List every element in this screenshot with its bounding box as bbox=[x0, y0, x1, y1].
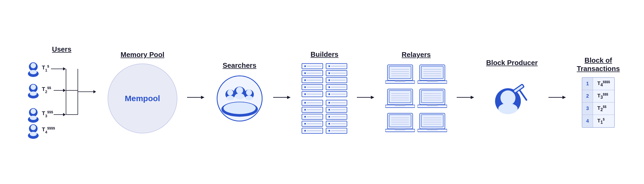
server-stack-2 bbox=[326, 63, 347, 97]
server-unit bbox=[302, 121, 323, 127]
server-unit bbox=[326, 107, 347, 113]
builders-title: Builders bbox=[310, 50, 338, 59]
laptop-icon bbox=[418, 88, 447, 109]
svg-point-23 bbox=[31, 125, 36, 130]
svg-point-42 bbox=[236, 87, 243, 94]
diagram: Users T1$ bbox=[13, 40, 631, 144]
relayers-section: Relayers bbox=[385, 51, 447, 133]
svg-point-111 bbox=[498, 103, 518, 114]
arrow-searchers-to-builders bbox=[272, 83, 293, 101]
svg-point-10 bbox=[30, 91, 37, 96]
block-table: 1 T4$$$$ 2 T3$$$ 3 T2$$ 4 T1$ bbox=[582, 77, 615, 128]
svg-marker-36 bbox=[201, 96, 204, 99]
block-row-1: 1 T4$$$$ bbox=[582, 78, 614, 90]
laptop-icon bbox=[385, 63, 415, 85]
svg-point-17 bbox=[30, 116, 37, 120]
server-unit bbox=[326, 84, 347, 90]
users-area: T1$ T2$$ bbox=[24, 58, 99, 139]
block-producer-icon bbox=[485, 72, 539, 125]
svg-rect-66 bbox=[427, 81, 438, 82]
users-svg: T1$ T2$$ bbox=[24, 58, 99, 139]
svg-marker-52 bbox=[371, 96, 374, 99]
searchers-section: Searchers bbox=[215, 61, 264, 122]
mempool-circle: Mempool bbox=[108, 63, 177, 133]
server-unit bbox=[326, 114, 347, 120]
svg-marker-108 bbox=[471, 96, 474, 99]
block-num-3: 3 bbox=[582, 102, 593, 115]
block-row-2: 2 T3$$$ bbox=[582, 90, 614, 102]
svg-text:T1$: T1$ bbox=[42, 64, 49, 72]
svg-marker-32 bbox=[93, 90, 96, 93]
users-section: Users T1$ bbox=[24, 45, 99, 139]
server-unit bbox=[302, 91, 323, 97]
svg-point-9 bbox=[31, 84, 36, 90]
svg-rect-75 bbox=[395, 105, 405, 106]
block-of-transactions-title: Block ofTransactions bbox=[577, 56, 620, 73]
svg-text:T2$$: T2$$ bbox=[42, 86, 51, 94]
svg-point-3 bbox=[30, 70, 37, 74]
server-unit bbox=[302, 70, 323, 76]
arrow-mempool-to-searchers bbox=[186, 83, 207, 101]
arrow-block-producer-to-block bbox=[547, 83, 569, 101]
block-num-2: 2 bbox=[582, 90, 593, 102]
block-row-4: 4 T1$ bbox=[582, 115, 614, 127]
server-unit bbox=[302, 107, 323, 113]
server-stack-3 bbox=[302, 100, 323, 134]
laptop-icon bbox=[385, 88, 415, 109]
svg-marker-50 bbox=[287, 96, 291, 99]
svg-point-48 bbox=[224, 102, 256, 114]
svg-point-110 bbox=[500, 90, 515, 105]
svg-point-46 bbox=[245, 95, 253, 100]
server-unit bbox=[326, 121, 347, 127]
svg-point-2 bbox=[31, 63, 36, 68]
mempool-title: Memory Pool bbox=[120, 51, 164, 59]
searchers-title: Searchers bbox=[223, 61, 257, 70]
relayers-grid bbox=[385, 63, 447, 133]
block-tx-2: T3$$$ bbox=[593, 93, 612, 100]
svg-marker-6 bbox=[63, 67, 66, 70]
svg-text:T4$$$$: T4$$$$ bbox=[42, 126, 55, 134]
mempool-label: Mempool bbox=[125, 94, 160, 103]
laptop-icon bbox=[418, 63, 447, 85]
svg-point-43 bbox=[235, 93, 244, 99]
block-tx-3: T2$$ bbox=[593, 105, 611, 112]
server-unit bbox=[302, 63, 323, 69]
block-num-1: 1 bbox=[582, 78, 593, 90]
svg-text:T3$$$: T3$$$ bbox=[42, 110, 53, 118]
svg-marker-116 bbox=[562, 96, 566, 99]
svg-rect-57 bbox=[395, 81, 405, 82]
searchers-icon bbox=[215, 74, 264, 123]
server-unit bbox=[302, 114, 323, 120]
arrow-builders-to-relayers bbox=[356, 83, 377, 101]
block-row-3: 3 T2$$ bbox=[582, 102, 614, 115]
svg-rect-84 bbox=[427, 105, 438, 106]
relayers-title: Relayers bbox=[402, 51, 431, 59]
svg-point-39 bbox=[227, 90, 233, 95]
users-title: Users bbox=[52, 45, 71, 54]
server-unit bbox=[326, 100, 347, 106]
arrow-relayers-to-block-producer bbox=[455, 83, 477, 101]
svg-rect-102 bbox=[427, 129, 438, 130]
svg-point-24 bbox=[30, 132, 37, 136]
block-num-4: 4 bbox=[582, 115, 593, 127]
server-unit bbox=[302, 128, 323, 134]
server-unit bbox=[302, 84, 323, 90]
block-tx-4: T1$ bbox=[593, 118, 609, 125]
server-unit bbox=[326, 70, 347, 76]
server-unit bbox=[326, 77, 347, 83]
server-stack-4 bbox=[326, 100, 347, 134]
svg-rect-93 bbox=[395, 129, 405, 130]
server-stack-1 bbox=[302, 63, 323, 97]
server-unit bbox=[302, 100, 323, 106]
svg-point-45 bbox=[246, 90, 252, 95]
block-of-transactions-section: Block ofTransactions 1 T4$$$$ 2 T3$$$ 3 … bbox=[577, 56, 620, 128]
server-unit bbox=[302, 77, 323, 83]
svg-point-16 bbox=[31, 109, 36, 114]
laptop-icon bbox=[418, 112, 447, 133]
svg-marker-20 bbox=[63, 113, 66, 116]
block-producer-title: Block Producer bbox=[486, 59, 538, 67]
block-tx-1: T4$$$$ bbox=[593, 80, 614, 87]
block-producer-section: Block Producer bbox=[485, 59, 539, 125]
svg-point-40 bbox=[226, 95, 234, 100]
laptop-icon bbox=[385, 112, 415, 133]
